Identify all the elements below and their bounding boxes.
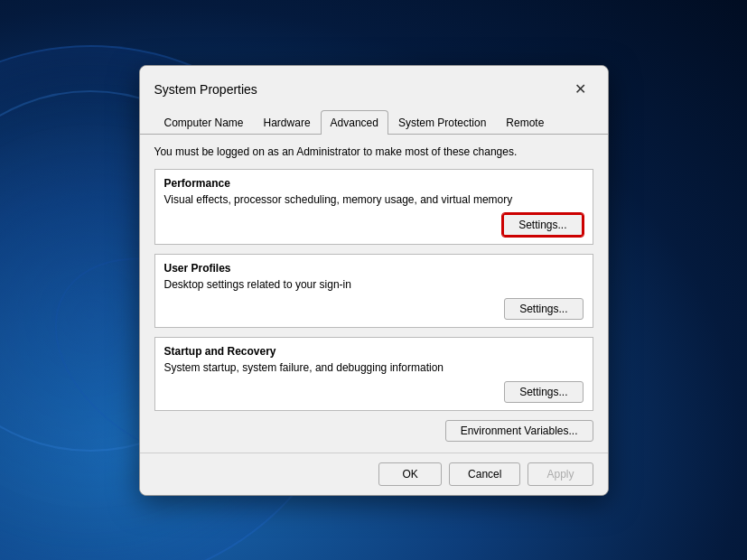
cancel-button[interactable]: Cancel <box>449 462 520 486</box>
system-properties-dialog: System Properties ✕ Computer Name Hardwa… <box>139 65 609 496</box>
env-variables-row: Environment Variables... <box>154 420 593 442</box>
startup-recovery-section: Startup and Recovery System startup, sys… <box>154 337 593 411</box>
ok-button[interactable]: OK <box>378 462 442 486</box>
performance-btn-row: Settings... <box>164 213 584 237</box>
user-profiles-description: Desktop settings related to your sign-in <box>164 278 584 291</box>
tab-bar: Computer Name Hardware Advanced System P… <box>140 102 608 135</box>
performance-label: Performance <box>164 177 584 190</box>
title-bar: System Properties ✕ <box>140 66 608 102</box>
startup-recovery-settings-button[interactable]: Settings... <box>504 381 583 403</box>
tab-system-protection[interactable]: System Protection <box>388 110 496 135</box>
startup-recovery-btn-row: Settings... <box>164 381 584 403</box>
user-profiles-section: User Profiles Desktop settings related t… <box>154 254 593 328</box>
tab-advanced[interactable]: Advanced <box>321 110 388 135</box>
close-button[interactable]: ✕ <box>568 77 593 102</box>
user-profiles-label: User Profiles <box>164 262 584 275</box>
tab-computer-name[interactable]: Computer Name <box>154 110 254 135</box>
tab-remote[interactable]: Remote <box>496 110 554 135</box>
dialog-footer: OK Cancel Apply <box>140 453 608 495</box>
startup-recovery-label: Startup and Recovery <box>164 345 584 358</box>
performance-settings-button[interactable]: Settings... <box>502 213 583 237</box>
dialog-overlay: System Properties ✕ Computer Name Hardwa… <box>0 0 747 560</box>
apply-button[interactable]: Apply <box>528 462 593 486</box>
environment-variables-button[interactable]: Environment Variables... <box>445 420 593 442</box>
startup-recovery-description: System startup, system failure, and debu… <box>164 361 584 374</box>
performance-section: Performance Visual effects, processor sc… <box>154 169 593 245</box>
dialog-title: System Properties <box>154 82 257 97</box>
tab-hardware[interactable]: Hardware <box>254 110 321 135</box>
dialog-body: You must be logged on as an Administrato… <box>140 135 608 453</box>
user-profiles-settings-button[interactable]: Settings... <box>504 298 583 320</box>
admin-info-text: You must be logged on as an Administrato… <box>154 145 593 158</box>
performance-description: Visual effects, processor scheduling, me… <box>164 193 584 206</box>
user-profiles-btn-row: Settings... <box>164 298 584 320</box>
